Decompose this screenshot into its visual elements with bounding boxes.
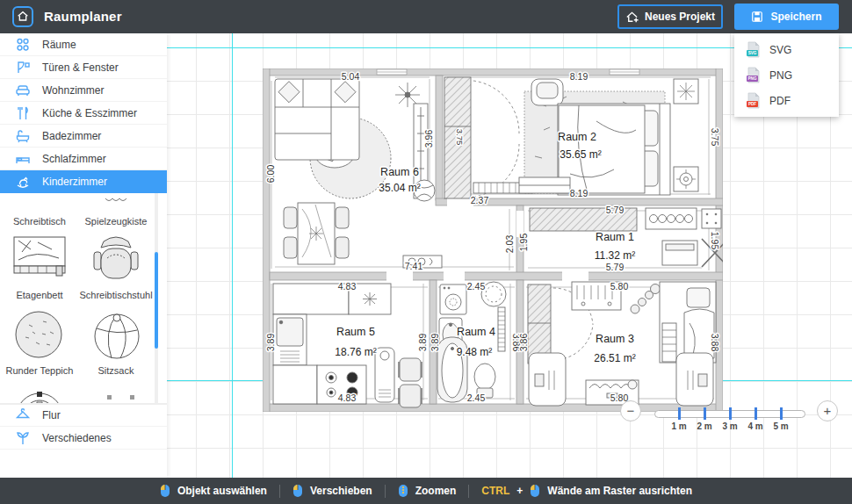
desk (529, 353, 566, 406)
rocking-horse-icon (15, 174, 31, 190)
runder-teppich-icon[interactable] (13, 309, 64, 360)
svg-text:5.80: 5.80 (610, 281, 629, 292)
chair (400, 358, 421, 381)
room-name: Raum 3 (596, 333, 634, 345)
sidebar-item-raeume[interactable]: Räume (0, 33, 167, 56)
side-table (702, 209, 721, 228)
panel-scrollbar-thumb[interactable] (155, 252, 158, 349)
panel-item-label[interactable]: Spielzeugkiste (79, 216, 153, 227)
bathtub-icon (15, 128, 31, 144)
sidebar-item-tueren-fenster[interactable]: Türen & Fenster (0, 56, 167, 79)
desk (676, 353, 713, 406)
sidebar-item-verschiedenes[interactable]: Verschiedenes (0, 427, 167, 450)
raumplaner-app: Raum 6 35.04 m² Raum 2 35.65 m² Raum 1 1… (0, 0, 852, 504)
sidebar: Räume Türen & Fenster Wohnzimmer Küche &… (0, 33, 167, 478)
toolbar-divider (385, 485, 386, 498)
svg-text:3.75: 3.75 (455, 129, 465, 146)
svg-text:2.45: 2.45 (467, 392, 486, 403)
sidebar-item-schlafzimmer[interactable]: Schlafzimmer (0, 148, 167, 170)
app-logo[interactable] (12, 6, 33, 27)
room-area: 11.32 m² (595, 249, 635, 262)
svg-text:1.95: 1.95 (710, 232, 720, 250)
svg-text:6.00: 6.00 (265, 165, 276, 184)
partial-item-icon[interactable] (104, 392, 139, 404)
room-name: Raum 6 (380, 166, 419, 178)
svg-text:PDF: PDF (748, 102, 756, 106)
plant (674, 79, 698, 104)
home-icon (16, 10, 30, 24)
guide-line-vertical (232, 33, 233, 478)
sidebar-item-label: Räume (42, 39, 76, 51)
wardrobe (528, 284, 551, 364)
etagenbett-icon[interactable] (11, 234, 68, 279)
new-project-button[interactable]: Neues Projekt (617, 4, 723, 29)
room-area: 35.65 m² (560, 148, 601, 161)
svg-text:3.89: 3.89 (417, 334, 428, 352)
hanger-icon (15, 407, 31, 423)
zoom-out-button[interactable]: − (620, 400, 641, 421)
spielzeugkiste-icon[interactable] (102, 195, 130, 205)
hint-move: Verschieben (292, 484, 372, 498)
panel-item-label[interactable]: Runder Teppich (3, 365, 76, 376)
plant-icon (15, 430, 31, 446)
svg-text:3.75: 3.75 (710, 128, 720, 147)
hint-snap-walls: CTRL + Wände am Raster ausrichten (481, 484, 692, 498)
svg-text:5.04: 5.04 (342, 71, 360, 82)
sidebar-item-label: Wohnzimmer (42, 84, 104, 97)
fork-knife-icon (15, 105, 31, 121)
svg-text:5.79: 5.79 (606, 262, 625, 272)
file-png-icon: PNG (747, 67, 761, 83)
svg-text:8.19: 8.19 (570, 71, 588, 82)
scale-tick (755, 407, 757, 420)
scale-tick (704, 407, 706, 420)
hint-zoom: Zoomen (398, 484, 457, 498)
schreibtischstuhl-icon[interactable] (90, 230, 142, 281)
sidebar-item-kueche[interactable]: Küche & Esszimmer (0, 102, 167, 125)
mouse-left-click-icon (530, 484, 540, 498)
svg-text:1.95: 1.95 (518, 234, 529, 252)
sidebar-item-label: Verschiedenes (42, 432, 112, 444)
svg-text:3.89: 3.89 (265, 334, 276, 352)
half-round-rug-icon[interactable] (13, 385, 66, 404)
svg-text:3.86: 3.86 (518, 334, 529, 352)
sidebar-item-badezimmer[interactable]: Badezimmer (0, 125, 167, 148)
chair (400, 385, 421, 407)
sidebar-item-kinderzimmer[interactable]: Kinderzimmer (0, 170, 167, 193)
export-pdf-option[interactable]: PDF PDF (734, 88, 839, 113)
sidebar-item-flur[interactable]: Flur (0, 404, 167, 427)
export-dropdown: SVG SVG PNG PNG PDF PDF (734, 33, 839, 117)
app-title: Raumplaner (44, 0, 122, 33)
door-window-icon (15, 60, 31, 76)
panel-item-label[interactable]: Etagenbett (3, 290, 76, 300)
counter (273, 365, 317, 404)
sidebar-item-wohnzimmer[interactable]: Wohnzimmer (0, 79, 167, 102)
panel-item-label[interactable]: Sitzsack (79, 365, 153, 376)
ctrl-key-label: CTRL (481, 485, 509, 497)
svg-text:3.89: 3.89 (430, 334, 440, 352)
svg-text:3.88: 3.88 (710, 334, 720, 352)
mouse-wheel-icon (398, 484, 408, 498)
scale-tick (678, 407, 681, 420)
room-area: 18.76 m² (335, 346, 376, 358)
room-area: 26.51 m² (594, 352, 635, 364)
panel-item-label[interactable]: Schreibtischstuhl (79, 290, 153, 300)
sidebar-item-label: Türen & Fenster (42, 61, 119, 74)
svg-text:2.37: 2.37 (471, 195, 489, 205)
sitzsack-icon[interactable] (91, 309, 142, 360)
save-button[interactable]: Speichern (734, 4, 839, 30)
svg-text:4.83: 4.83 (338, 281, 357, 292)
svg-text:5.79: 5.79 (606, 205, 625, 215)
kinderzimmer-item-panel: Schreibtisch Spielzeugkiste (0, 193, 167, 404)
room-area: 9.48 m² (457, 346, 493, 358)
rooms-icon (15, 37, 31, 53)
panel-item-label[interactable]: Schreibtisch (3, 216, 76, 227)
room-name: Raum 4 (457, 326, 495, 338)
room-name: Raum 2 (558, 131, 596, 143)
bottom-toolbar: Objekt auswählen Verschieben Zoomen CTRL (0, 478, 852, 504)
export-png-option[interactable]: PNG PNG (734, 62, 839, 88)
svg-text:PNG: PNG (748, 76, 757, 81)
zoom-in-button[interactable]: + (817, 400, 838, 421)
export-svg-option[interactable]: SVG SVG (734, 37, 839, 62)
hint-select-object: Objekt auswählen (160, 484, 267, 498)
floorplan[interactable]: Raum 6 35.04 m² Raum 2 35.65 m² Raum 1 1… (263, 68, 723, 412)
